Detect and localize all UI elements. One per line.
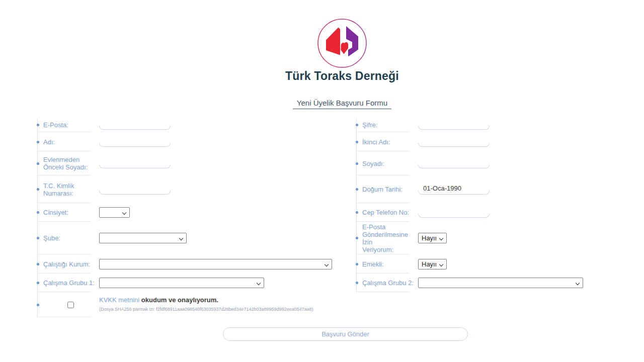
row-marker-icon: [351, 162, 362, 165]
row-marker-icon: [32, 124, 43, 126]
evlenmeden-soyadi-input[interactable]: [99, 157, 171, 169]
consent-text: KVKK metnini okudum ve onaylıyorum. (Dos…: [99, 296, 313, 313]
field-row-cep-telefon: Cep Telefon No:: [351, 203, 594, 222]
page-title: Yeni Üyelik Başvuru Formu: [293, 99, 391, 109]
row-marker-icon: [351, 124, 362, 126]
tc-kimlik-label: T.C. Kimlik Numarası:: [43, 182, 99, 197]
row-marker-icon: [32, 162, 43, 165]
ikinci-adi-input[interactable]: [418, 136, 490, 148]
cep-telefon-label: Cep Telefon No:: [362, 209, 418, 216]
calistigi-kurum-label: Çalıştığı Kurum:: [43, 260, 99, 268]
calisma-grubu-2-select[interactable]: [419, 278, 583, 288]
org-title: Türk Toraks Derneği: [216, 69, 468, 83]
consent-row: KVKK metnini okudum ve onaylıyorum. (Dos…: [32, 292, 336, 317]
field-row-emekli: Emekli: Hayır: [351, 254, 594, 274]
field-row-evlenmeden-soyadi: Evlenmeden Önceki Soyadı:: [32, 151, 336, 175]
calisma-grubu-1-select[interactable]: [100, 278, 264, 288]
kvkk-link[interactable]: KVKK metnini: [99, 296, 139, 304]
field-row-dogum-tarihi: Doğum Tarihi:: [351, 175, 594, 203]
consent-statement: okudum ve onaylıyorum.: [141, 296, 218, 304]
field-row-calistigi-kurum: Çalıştığı Kurum:: [32, 254, 336, 274]
field-row-sube: Şube:: [32, 222, 336, 254]
field-row-calisma-grubu-2: Çalışma Grubu 2:: [351, 274, 594, 292]
eposta-label: E-Posta:: [43, 121, 99, 129]
adi-label: Adı:: [43, 138, 99, 146]
row-marker-icon: [351, 282, 362, 284]
form-column-right: Şifre: İkinci Adı: Soyadı: Doğum Tarihi:…: [351, 117, 594, 292]
submit-application-button[interactable]: Başvuru Gönder: [223, 327, 468, 341]
tc-kimlik-input[interactable]: [99, 184, 171, 196]
row-marker-icon: [32, 188, 43, 191]
row-marker-icon: [32, 282, 43, 284]
cinsiyet-label: Cinsiyet:: [43, 209, 99, 216]
dogum-tarihi-label: Doğum Tarihi:: [362, 186, 418, 193]
calisma-grubu-1-label: Çalışma Grubu 1:: [43, 279, 99, 287]
emekli-select[interactable]: Hayır: [419, 259, 446, 269]
row-marker-icon: [32, 211, 43, 214]
adi-input[interactable]: [99, 136, 171, 148]
form-column-left: E-Posta: Adı: Evlenmeden Önceki Soyadı: …: [32, 117, 336, 317]
kvkk-consent-checkbox[interactable]: [67, 302, 74, 308]
ikinci-adi-label: İkinci Adı:: [362, 138, 418, 146]
row-marker-icon: [32, 263, 43, 265]
sube-select[interactable]: [100, 233, 186, 243]
emekli-label: Emekli:: [362, 260, 418, 268]
sifre-input[interactable]: [418, 119, 490, 131]
field-row-soyadi: Soyadı:: [351, 151, 594, 175]
field-row-cinsiyet: Cinsiyet:: [32, 203, 336, 222]
field-row-eposta-izin: E-Posta Gönderilmesine İzin Veriyorum: H…: [351, 222, 594, 254]
eposta-input[interactable]: [99, 119, 171, 131]
evlenmeden-soyadi-label: Evlenmeden Önceki Soyadı:: [43, 156, 99, 171]
soyadi-input[interactable]: [418, 157, 490, 169]
field-row-ikinci-adi: İkinci Adı:: [351, 132, 594, 151]
cinsiyet-select[interactable]: [100, 208, 129, 217]
sifre-label: Şifre:: [362, 121, 418, 129]
row-marker-icon: [351, 188, 362, 191]
eposta-izin-select[interactable]: Hayır: [419, 233, 446, 243]
sube-label: Şube:: [43, 234, 99, 242]
field-row-sifre: Şifre:: [351, 117, 594, 132]
row-marker-icon: [32, 141, 43, 143]
row-marker-icon: [351, 211, 362, 214]
field-row-calisma-grubu-1: Çalışma Grubu 1:: [32, 274, 336, 292]
row-marker-icon: [351, 237, 362, 239]
row-marker-icon: [351, 263, 362, 265]
cep-telefon-input[interactable]: [418, 207, 490, 219]
dogum-tarihi-input[interactable]: [418, 184, 490, 196]
sha256-note: (Dosya SHA256 parmak izi: f2fdf68911aaa0…: [99, 306, 313, 313]
calisma-grubu-2-label: Çalışma Grubu 2:: [362, 279, 418, 287]
field-row-eposta: E-Posta:: [32, 117, 336, 132]
toraks-logo-icon: [317, 18, 367, 68]
row-marker-icon: [32, 304, 43, 306]
calistigi-kurum-select[interactable]: [100, 259, 332, 269]
row-marker-icon: [32, 237, 43, 239]
soyadi-label: Soyadı:: [362, 160, 418, 167]
field-row-adi: Adı:: [32, 132, 336, 151]
row-marker-icon: [351, 141, 362, 143]
field-row-tc-kimlik: T.C. Kimlik Numarası:: [32, 175, 336, 203]
eposta-izin-label: E-Posta Gönderilmesine İzin Veriyorum:: [362, 223, 418, 253]
